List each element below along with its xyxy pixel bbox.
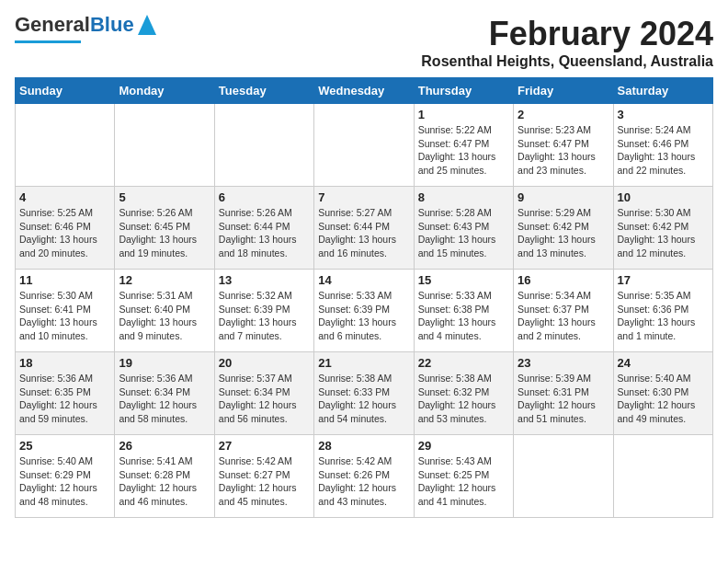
day-number: 16 [518, 273, 609, 287]
header-cell-friday: Friday [514, 78, 613, 104]
day-info: Sunrise: 5:39 AMSunset: 6:31 PMDaylight:… [518, 372, 609, 426]
day-number: 18 [19, 356, 110, 370]
logo-part2: Blue [90, 13, 134, 36]
logo: GeneralBlue [15, 15, 156, 43]
header-cell-sunday: Sunday [16, 78, 115, 104]
header-row: SundayMondayTuesdayWednesdayThursdayFrid… [16, 78, 713, 104]
calendar-cell: 22Sunrise: 5:38 AMSunset: 6:32 PMDayligh… [414, 352, 513, 435]
day-number: 8 [418, 190, 509, 204]
day-info: Sunrise: 5:38 AMSunset: 6:33 PMDaylight:… [318, 372, 409, 426]
calendar-cell: 12Sunrise: 5:31 AMSunset: 6:40 PMDayligh… [115, 270, 214, 352]
logo-icon [138, 15, 156, 35]
day-info: Sunrise: 5:23 AMSunset: 6:47 PMDaylight:… [518, 123, 609, 178]
calendar-cell: 4Sunrise: 5:25 AMSunset: 6:46 PMDaylight… [16, 187, 115, 270]
day-number: 23 [518, 356, 609, 370]
day-info: Sunrise: 5:40 AMSunset: 6:29 PMDaylight:… [19, 454, 110, 509]
calendar-cell [613, 435, 712, 518]
day-info: Sunrise: 5:22 AMSunset: 6:47 PMDaylight:… [418, 123, 509, 178]
calendar-cell: 18Sunrise: 5:36 AMSunset: 6:35 PMDayligh… [16, 352, 115, 435]
header-cell-saturday: Saturday [613, 78, 712, 104]
calendar-cell: 9Sunrise: 5:29 AMSunset: 6:42 PMDaylight… [514, 187, 613, 270]
day-number: 4 [19, 190, 110, 204]
day-info: Sunrise: 5:24 AMSunset: 6:46 PMDaylight:… [618, 123, 709, 178]
calendar-cell: 19Sunrise: 5:36 AMSunset: 6:34 PMDayligh… [115, 352, 214, 435]
calendar-cell: 16Sunrise: 5:34 AMSunset: 6:37 PMDayligh… [514, 270, 613, 352]
day-number: 24 [618, 356, 709, 370]
day-number: 28 [318, 439, 409, 453]
calendar-cell: 1Sunrise: 5:22 AMSunset: 6:47 PMDaylight… [414, 104, 513, 187]
title-block: February 2024 Rosenthal Heights, Queensl… [421, 15, 713, 70]
day-info: Sunrise: 5:26 AMSunset: 6:44 PMDaylight:… [219, 206, 310, 260]
week-row-3: 11Sunrise: 5:30 AMSunset: 6:41 PMDayligh… [16, 270, 713, 352]
day-number: 6 [219, 190, 310, 204]
week-row-1: 1Sunrise: 5:22 AMSunset: 6:47 PMDaylight… [16, 104, 713, 187]
calendar-cell: 28Sunrise: 5:42 AMSunset: 6:26 PMDayligh… [314, 435, 414, 518]
header-cell-tuesday: Tuesday [214, 78, 313, 104]
month-title: February 2024 [421, 15, 713, 53]
day-info: Sunrise: 5:42 AMSunset: 6:27 PMDaylight:… [219, 454, 310, 509]
day-info: Sunrise: 5:25 AMSunset: 6:46 PMDaylight:… [19, 206, 110, 260]
day-number: 15 [418, 273, 509, 287]
day-info: Sunrise: 5:43 AMSunset: 6:25 PMDaylight:… [418, 454, 509, 509]
calendar-cell: 20Sunrise: 5:37 AMSunset: 6:34 PMDayligh… [214, 352, 313, 435]
calendar-cell: 15Sunrise: 5:33 AMSunset: 6:38 PMDayligh… [414, 270, 513, 352]
calendar-cell [214, 104, 313, 187]
day-info: Sunrise: 5:28 AMSunset: 6:43 PMDaylight:… [418, 206, 509, 260]
calendar-cell: 6Sunrise: 5:26 AMSunset: 6:44 PMDaylight… [214, 187, 313, 270]
calendar-cell: 14Sunrise: 5:33 AMSunset: 6:39 PMDayligh… [314, 270, 414, 352]
logo-text: GeneralBlue [15, 15, 134, 35]
day-info: Sunrise: 5:33 AMSunset: 6:38 PMDaylight:… [418, 289, 509, 343]
day-number: 26 [119, 439, 210, 453]
calendar-cell: 21Sunrise: 5:38 AMSunset: 6:33 PMDayligh… [314, 352, 414, 435]
week-row-5: 25Sunrise: 5:40 AMSunset: 6:29 PMDayligh… [16, 435, 713, 518]
day-info: Sunrise: 5:29 AMSunset: 6:42 PMDaylight:… [518, 206, 609, 260]
day-info: Sunrise: 5:35 AMSunset: 6:36 PMDaylight:… [618, 289, 709, 343]
day-number: 1 [418, 108, 509, 121]
calendar-cell: 2Sunrise: 5:23 AMSunset: 6:47 PMDaylight… [514, 104, 613, 187]
calendar-cell: 7Sunrise: 5:27 AMSunset: 6:44 PMDaylight… [314, 187, 414, 270]
calendar-cell: 8Sunrise: 5:28 AMSunset: 6:43 PMDaylight… [414, 187, 513, 270]
day-number: 25 [19, 439, 110, 453]
calendar-cell: 24Sunrise: 5:40 AMSunset: 6:30 PMDayligh… [613, 352, 712, 435]
day-info: Sunrise: 5:40 AMSunset: 6:30 PMDaylight:… [618, 372, 709, 426]
day-number: 11 [19, 273, 110, 287]
day-info: Sunrise: 5:37 AMSunset: 6:34 PMDaylight:… [219, 372, 310, 426]
calendar-cell: 17Sunrise: 5:35 AMSunset: 6:36 PMDayligh… [613, 270, 712, 352]
header-cell-wednesday: Wednesday [314, 78, 414, 104]
day-info: Sunrise: 5:38 AMSunset: 6:32 PMDaylight:… [418, 372, 509, 426]
day-info: Sunrise: 5:26 AMSunset: 6:45 PMDaylight:… [119, 206, 210, 260]
calendar-header: SundayMondayTuesdayWednesdayThursdayFrid… [16, 78, 713, 104]
header-cell-thursday: Thursday [414, 78, 513, 104]
day-number: 3 [618, 108, 709, 121]
calendar-cell: 27Sunrise: 5:42 AMSunset: 6:27 PMDayligh… [214, 435, 313, 518]
calendar-cell [16, 104, 115, 187]
day-number: 10 [618, 190, 709, 204]
location-title: Rosenthal Heights, Queensland, Australia [421, 53, 713, 70]
day-number: 27 [219, 439, 310, 453]
calendar-cell: 25Sunrise: 5:40 AMSunset: 6:29 PMDayligh… [16, 435, 115, 518]
day-number: 19 [119, 356, 210, 370]
day-number: 12 [119, 273, 210, 287]
calendar-body: 1Sunrise: 5:22 AMSunset: 6:47 PMDaylight… [16, 104, 713, 518]
day-info: Sunrise: 5:27 AMSunset: 6:44 PMDaylight:… [318, 206, 409, 260]
day-number: 9 [518, 190, 609, 204]
day-number: 14 [318, 273, 409, 287]
week-row-4: 18Sunrise: 5:36 AMSunset: 6:35 PMDayligh… [16, 352, 713, 435]
day-info: Sunrise: 5:33 AMSunset: 6:39 PMDaylight:… [318, 289, 409, 343]
calendar-cell: 13Sunrise: 5:32 AMSunset: 6:39 PMDayligh… [214, 270, 313, 352]
calendar-cell: 5Sunrise: 5:26 AMSunset: 6:45 PMDaylight… [115, 187, 214, 270]
day-number: 29 [418, 439, 509, 453]
day-number: 21 [318, 356, 409, 370]
day-info: Sunrise: 5:36 AMSunset: 6:34 PMDaylight:… [119, 372, 210, 426]
page-header: GeneralBlue February 2024 Rosenthal Heig… [15, 15, 713, 70]
day-number: 5 [119, 190, 210, 204]
day-info: Sunrise: 5:42 AMSunset: 6:26 PMDaylight:… [318, 454, 409, 509]
day-info: Sunrise: 5:34 AMSunset: 6:37 PMDaylight:… [518, 289, 609, 343]
day-number: 7 [318, 190, 409, 204]
calendar-cell: 3Sunrise: 5:24 AMSunset: 6:46 PMDaylight… [613, 104, 712, 187]
calendar-cell: 10Sunrise: 5:30 AMSunset: 6:42 PMDayligh… [613, 187, 712, 270]
logo-underline [15, 40, 81, 43]
calendar-cell [115, 104, 214, 187]
svg-marker-0 [138, 15, 156, 35]
calendar-cell: 23Sunrise: 5:39 AMSunset: 6:31 PMDayligh… [514, 352, 613, 435]
